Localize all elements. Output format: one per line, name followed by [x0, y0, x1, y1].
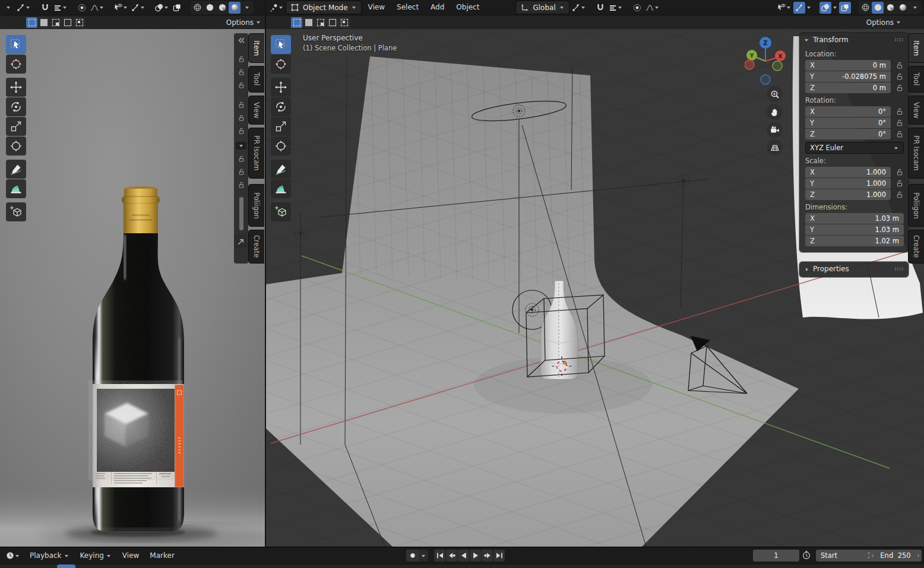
- show-object-types-icon[interactable]: [113, 2, 129, 14]
- lock-icon[interactable]: [238, 68, 245, 78]
- scale-z-field[interactable]: Z1.000: [805, 189, 891, 200]
- sidebar-scrollbar[interactable]: [239, 197, 243, 230]
- tool-measure-button[interactable]: [6, 179, 26, 198]
- shading-material-icon[interactable]: [216, 2, 228, 14]
- lock-icon[interactable]: [238, 55, 245, 65]
- rendered-canvas[interactable]: [0, 29, 265, 547]
- tool-transform-button[interactable]: [271, 137, 291, 156]
- select-extend-button[interactable]: [303, 17, 314, 28]
- menu-timeline-view[interactable]: View: [117, 548, 144, 563]
- tool-cursor-button[interactable]: [271, 55, 291, 74]
- tool-measure-button[interactable]: [271, 179, 291, 198]
- dimensions-z-field[interactable]: Z1.02 m: [805, 236, 904, 246]
- lock-icon[interactable]: [238, 181, 245, 191]
- ortho-toggle-icon[interactable]: [767, 139, 783, 156]
- gizmo-x-label[interactable]: X: [779, 53, 783, 59]
- snap-magnet-icon[interactable]: [39, 2, 51, 14]
- rotation-z-lock-icon[interactable]: [891, 130, 904, 138]
- lock-icon[interactable]: [238, 155, 245, 164]
- camera-view-icon[interactable]: [767, 122, 783, 138]
- lock-icon[interactable]: [238, 81, 245, 91]
- panel-grip-icon[interactable]: [894, 265, 904, 273]
- pan-view-icon[interactable]: [767, 104, 783, 120]
- overlays-toggle-icon[interactable]: [154, 2, 170, 14]
- gizmo-y-label[interactable]: Y: [749, 53, 754, 59]
- tool-select-box-button[interactable]: [271, 35, 291, 54]
- select-intersect-button[interactable]: [338, 17, 350, 28]
- jump-to-start-button[interactable]: [434, 550, 445, 561]
- select-set-button[interactable]: [291, 17, 302, 28]
- transform-orientation-icon[interactable]: [15, 2, 31, 14]
- rotation-mode-mini-dropdown[interactable]: [236, 142, 246, 150]
- proportional-editing-icon[interactable]: [76, 2, 88, 14]
- snap-magnet-icon[interactable]: [594, 2, 606, 14]
- gizmo-z-label[interactable]: Z: [763, 40, 767, 46]
- tool-cursor-button[interactable]: [6, 55, 26, 74]
- xray-toggle-icon[interactable]: [171, 2, 183, 14]
- panel-expand-icon[interactable]: [804, 266, 809, 272]
- select-extend-button[interactable]: [38, 17, 49, 28]
- overlays-toggle-icon[interactable]: [819, 2, 831, 14]
- rotation-mode-dropdown[interactable]: XYZ Euler: [805, 142, 904, 154]
- tab-item[interactable]: Item: [248, 33, 264, 63]
- use-preview-range-icon[interactable]: [802, 550, 811, 561]
- shading-solid-icon[interactable]: [204, 2, 216, 14]
- mode-dropdown[interactable]: Object Mode: [286, 1, 362, 14]
- shading-rendered-icon[interactable]: [897, 2, 909, 14]
- dimensions-x-field[interactable]: X1.03 m: [805, 213, 904, 224]
- tab-tool[interactable]: Tool: [908, 66, 924, 93]
- proportional-falloff-icon[interactable]: [89, 2, 105, 14]
- tab-view[interactable]: View: [248, 96, 264, 125]
- current-frame-field[interactable]: 1: [753, 550, 799, 561]
- panel-grip-icon[interactable]: [894, 36, 904, 44]
- menu-add[interactable]: Add: [425, 0, 450, 15]
- menu-view[interactable]: View: [363, 0, 390, 15]
- gizmo-minus-z-ball[interactable]: [761, 75, 770, 84]
- lock-icon[interactable]: [238, 168, 245, 177]
- tab-view[interactable]: View: [908, 96, 924, 125]
- menu-marker[interactable]: Marker: [144, 548, 179, 563]
- location-x-lock-icon[interactable]: [891, 61, 904, 69]
- tool-annotate-button[interactable]: [271, 160, 291, 179]
- location-z-field[interactable]: Z0 m: [805, 82, 891, 93]
- tool-annotate-button[interactable]: [6, 160, 26, 179]
- play-button[interactable]: [470, 550, 481, 561]
- scale-x-field[interactable]: X1.000: [805, 167, 891, 177]
- jump-to-end-button[interactable]: [493, 550, 505, 561]
- dimensions-y-field[interactable]: Y1.03 m: [805, 224, 904, 235]
- play-reverse-button[interactable]: [458, 550, 469, 561]
- select-subtract-button[interactable]: [50, 17, 61, 28]
- timeline-editor-type-icon[interactable]: [5, 550, 21, 561]
- next-keyframe-button[interactable]: [482, 550, 493, 561]
- shading-rendered-icon[interactable]: [229, 2, 241, 14]
- lock-icon[interactable]: [238, 101, 245, 110]
- snap-target-icon[interactable]: [52, 2, 68, 14]
- scale-y-lock-icon[interactable]: [891, 179, 904, 188]
- select-set-button[interactable]: [26, 17, 37, 28]
- shading-material-icon[interactable]: [884, 2, 896, 14]
- scale-y-field[interactable]: Y1.000: [805, 178, 891, 189]
- tool-rotate-button[interactable]: [271, 97, 291, 116]
- shading-dropdown-icon[interactable]: [241, 2, 253, 14]
- gizmo-minus-y-ball[interactable]: [773, 61, 782, 71]
- scale-x-lock-icon[interactable]: [891, 168, 904, 176]
- menu-playback[interactable]: Playback: [24, 548, 75, 563]
- prev-keyframe-button[interactable]: [446, 550, 457, 561]
- shading-wireframe-icon[interactable]: [191, 2, 203, 14]
- timeline-track[interactable]: [0, 564, 924, 568]
- frame-end-field[interactable]: ‹ End250 ›: [869, 550, 922, 561]
- tool-transform-button[interactable]: [6, 137, 26, 156]
- select-invert-button[interactable]: [327, 17, 338, 28]
- location-z-lock-icon[interactable]: [891, 84, 904, 92]
- select-intersect-button[interactable]: [74, 17, 85, 28]
- panel-collapse-icon[interactable]: [804, 37, 809, 43]
- end-increment-icon[interactable]: ›: [915, 551, 922, 560]
- pivot-point-icon[interactable]: [571, 2, 587, 14]
- rotation-y-field[interactable]: Y0°: [805, 118, 891, 128]
- gizmos-toggle-icon[interactable]: [793, 2, 805, 14]
- tab-pr-isocam[interactable]: PR Isocam: [908, 128, 924, 179]
- tool-scale-button[interactable]: [6, 117, 26, 136]
- properties-panel-header[interactable]: Properties: [799, 262, 909, 276]
- tool-move-button[interactable]: [271, 78, 291, 97]
- tab-create[interactable]: Create: [908, 230, 924, 264]
